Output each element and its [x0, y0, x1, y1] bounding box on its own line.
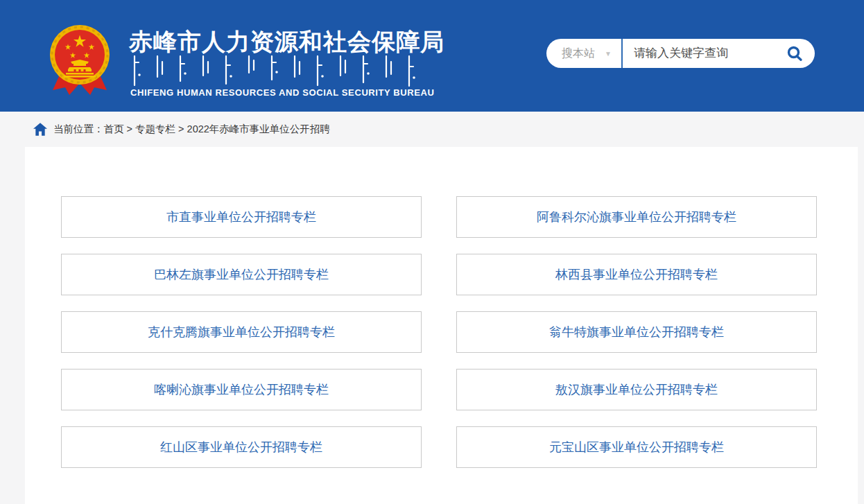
- site-title-english: CHIFENG HUMAN RESOURCES AND SOCIAL SECUR…: [130, 87, 435, 98]
- recruitment-link[interactable]: 巴林左旗事业单位公开招聘专栏: [61, 254, 422, 295]
- national-emblem-logo-icon: [49, 24, 111, 96]
- recruitment-link[interactable]: 市直事业单位公开招聘专栏: [61, 196, 422, 238]
- recruitment-link[interactable]: 敖汉旗事业单位公开招聘专栏: [456, 369, 817, 410]
- content-card: 市直事业单位公开招聘专栏阿鲁科尔沁旗事业单位公开招聘专栏巴林左旗事业单位公开招聘…: [25, 147, 858, 504]
- search-input[interactable]: [623, 46, 786, 61]
- breadcrumb: 当前位置：首页 > 专题专栏 > 2022年赤峰市事业单位公开招聘: [53, 123, 330, 136]
- recruitment-link[interactable]: 克什克腾旗事业单位公开招聘专栏: [61, 311, 422, 353]
- site-header: 赤峰市人力资源和社会保障局 CHIFENG HUMAN RESOURCES AN…: [0, 0, 864, 112]
- breadcrumb-item[interactable]: 专题专栏: [135, 123, 175, 134]
- recruitment-grid: 市直事业单位公开招聘专栏阿鲁科尔沁旗事业单位公开招聘专栏巴林左旗事业单位公开招聘…: [61, 196, 817, 468]
- search-scope-label: 搜本站: [562, 46, 595, 61]
- mongolian-script: [130, 55, 429, 87]
- chevron-down-icon: ▼: [605, 50, 612, 58]
- recruitment-link[interactable]: 阿鲁科尔沁旗事业单位公开招聘专栏: [456, 196, 817, 238]
- breadcrumb-item[interactable]: 首页: [104, 123, 124, 134]
- breadcrumb-separator: >: [124, 123, 136, 134]
- recruitment-link[interactable]: 红山区事业单位公开招聘专栏: [61, 426, 422, 468]
- recruitment-link[interactable]: 翁牛特旗事业单位公开招聘专栏: [456, 311, 817, 353]
- recruitment-link[interactable]: 元宝山区事业单位公开招聘专栏: [456, 426, 817, 468]
- breadcrumb-bar: 当前位置：首页 > 专题专栏 > 2022年赤峰市事业单位公开招聘: [0, 112, 864, 147]
- breadcrumb-items: 首页 > 专题专栏 > 2022年赤峰市事业单位公开招聘: [104, 123, 330, 134]
- home-icon: [33, 123, 47, 136]
- recruitment-link[interactable]: 喀喇沁旗事业单位公开招聘专栏: [61, 369, 422, 410]
- recruitment-link[interactable]: 林西县事业单位公开招聘专栏: [456, 254, 817, 295]
- breadcrumb-prefix: 当前位置：: [53, 123, 104, 134]
- search-button[interactable]: [786, 44, 804, 62]
- search-icon: [786, 45, 803, 62]
- breadcrumb-separator: >: [175, 123, 187, 134]
- breadcrumb-item: 2022年赤峰市事业单位公开招聘: [187, 123, 330, 134]
- site-title: 赤峰市人力资源和社会保障局: [129, 26, 444, 58]
- search-scope-dropdown[interactable]: 搜本站 ▼: [546, 39, 612, 68]
- site-search: 搜本站 ▼: [546, 39, 815, 68]
